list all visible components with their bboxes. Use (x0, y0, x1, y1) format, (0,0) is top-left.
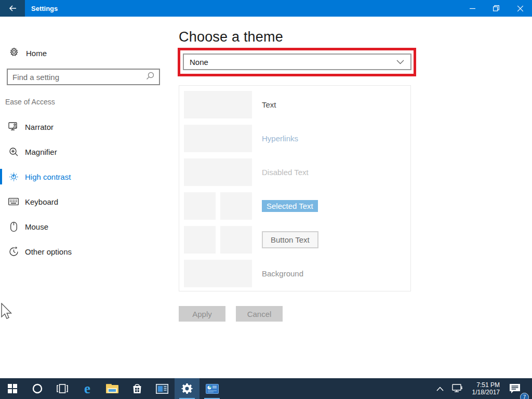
edge-button[interactable]: e (75, 378, 100, 399)
taskbar: e 7:51 PM 1/18/2017 7 (0, 378, 532, 399)
file-explorer-icon (106, 384, 118, 393)
keyboard-icon (8, 198, 19, 205)
preview-row-disabled-text: Disabled Text (184, 158, 407, 186)
tray-date: 1/18/2017 (472, 389, 500, 396)
mouse-icon (8, 222, 19, 232)
sidebar-item-label: Mouse (25, 222, 48, 231)
sidebar-item-home[interactable]: Home (0, 45, 171, 61)
color-swatch (220, 192, 252, 220)
restore-icon (493, 5, 499, 11)
tray-time: 7:51 PM (472, 381, 500, 389)
sidebar-item-keyboard[interactable]: Keyboard (0, 189, 171, 214)
cortana-search-button[interactable] (25, 378, 50, 399)
theme-dropdown[interactable]: None (183, 54, 411, 70)
display-app-icon (156, 384, 168, 394)
document-app-button[interactable] (200, 378, 224, 399)
display-app-button[interactable] (150, 378, 175, 399)
preview-row-button-text: Button Text (184, 226, 407, 254)
preview-row-text: Text (184, 91, 407, 118)
color-swatch (184, 260, 252, 287)
settings-app-button[interactable] (175, 378, 200, 399)
other-options-icon (8, 247, 19, 257)
main-content: Choose a theme None Text Hyperlinks Disa… (171, 17, 532, 378)
chevron-down-icon (396, 57, 404, 66)
color-swatch (184, 192, 216, 220)
action-center-icon (509, 383, 521, 394)
minimize-icon (470, 6, 475, 11)
search-icon[interactable] (146, 72, 154, 82)
task-view-icon (57, 384, 68, 393)
tray-expand-button[interactable] (432, 378, 448, 399)
sidebar-item-label: Magnifier (25, 148, 57, 156)
preview-label-selected-text: Selected Text (262, 200, 318, 212)
preview-row-hyperlinks: Hyperlinks (184, 125, 407, 152)
settings-gear-icon (181, 383, 193, 394)
file-explorer-button[interactable] (100, 378, 125, 399)
theme-dropdown-value: None (190, 58, 396, 66)
narrator-icon (8, 122, 19, 131)
preview-label-disabled-text: Disabled Text (262, 168, 309, 177)
color-swatch (184, 91, 252, 118)
apply-button[interactable]: Apply (179, 306, 225, 322)
start-button[interactable] (0, 378, 25, 399)
start-icon (8, 384, 17, 393)
preview-label-background: Background (262, 269, 303, 278)
color-swatch (184, 226, 216, 254)
edge-icon: e (84, 382, 90, 396)
theme-preview-panel: Text Hyperlinks Disabled Text Selected T… (179, 85, 411, 291)
close-button[interactable] (508, 0, 532, 17)
action-center-button[interactable]: 7 (505, 378, 525, 399)
titlebar: Settings (0, 0, 532, 17)
section-label-ease-of-access: Ease of Access (5, 98, 55, 106)
sidebar-item-label: Keyboard (25, 197, 58, 206)
cancel-button[interactable]: Cancel (236, 306, 283, 322)
sidebar-nav: Narrator Magnifier High contrast Keyboar… (0, 114, 171, 264)
search-box[interactable] (7, 69, 160, 85)
window-title: Settings (31, 5, 58, 12)
color-swatch (184, 125, 252, 152)
preview-row-background: Background (184, 260, 407, 287)
preview-label-text: Text (262, 100, 276, 109)
sidebar-item-label: Narrator (25, 123, 54, 131)
minimize-button[interactable] (460, 0, 484, 17)
sidebar-item-narrator[interactable]: Narrator (0, 114, 171, 139)
sidebar-item-label: High contrast (25, 172, 71, 181)
chevron-up-icon (436, 387, 444, 391)
back-button[interactable] (0, 0, 25, 17)
sidebar-item-high-contrast[interactable]: High contrast (0, 164, 171, 189)
restore-button[interactable] (484, 0, 508, 17)
system-tray: 7:51 PM 1/18/2017 7 (432, 378, 532, 399)
high-contrast-icon (8, 172, 19, 182)
sidebar-item-mouse[interactable]: Mouse (0, 214, 171, 239)
magnifier-icon (8, 147, 19, 157)
back-arrow-icon (9, 5, 17, 11)
document-app-icon (206, 384, 219, 394)
task-view-button[interactable] (50, 378, 75, 399)
clock[interactable]: 7:51 PM 1/18/2017 (467, 381, 505, 396)
sidebar-item-other-options[interactable]: Other options (0, 239, 171, 264)
preview-label-button-text: Button Text (262, 231, 318, 248)
preview-label-hyperlinks: Hyperlinks (262, 134, 298, 143)
notification-badge: 7 (520, 393, 529, 399)
preview-row-selected-text: Selected Text (184, 192, 407, 220)
home-gear-icon (9, 47, 19, 59)
selected-indicator (0, 169, 2, 184)
search-input[interactable] (8, 73, 146, 82)
store-button[interactable] (125, 378, 150, 399)
sidebar-item-label: Home (26, 49, 47, 58)
color-swatch (184, 158, 252, 186)
sidebar-item-label: Other options (25, 247, 72, 256)
sidebar: Home Ease of Access Narrator Magnifier H… (0, 17, 171, 378)
network-icon (452, 384, 463, 393)
network-button[interactable] (448, 378, 467, 399)
sidebar-item-magnifier[interactable]: Magnifier (0, 139, 171, 164)
color-swatch (220, 226, 252, 254)
cortana-search-icon (32, 383, 43, 394)
page-title: Choose a theme (179, 29, 283, 45)
close-icon (517, 6, 523, 11)
store-icon (131, 383, 143, 394)
